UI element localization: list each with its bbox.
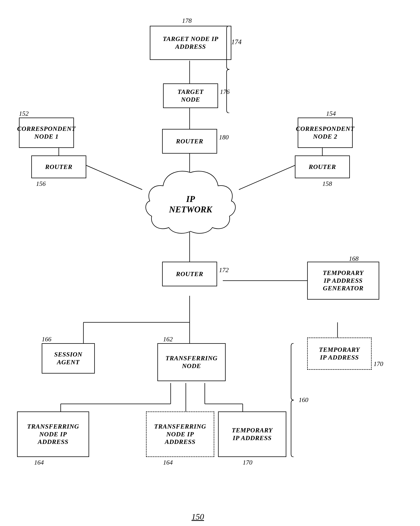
ref-164b: 164 — [163, 459, 173, 466]
svg-text:NETWORK: NETWORK — [169, 205, 213, 214]
temp-ip-dashed-top-box: TEMPORARYIP ADDRESS — [307, 337, 372, 370]
diagram: TARGET NODE IP ADDRESS 178 TARGETNODE 17… — [0, 0, 420, 526]
brace-174 — [226, 26, 231, 113]
session-agent-label: SESSIONAGENT — [54, 351, 82, 366]
router-top-label: ROUTER — [176, 137, 203, 145]
transferring-node-ip-solid-label: TRANSFERRINGNODE IPADDRESS — [27, 423, 79, 446]
svg-line-4 — [85, 165, 142, 190]
figure-label: 150 — [191, 512, 204, 522]
ref-178: 178 — [182, 17, 192, 24]
router-top-box: ROUTER — [162, 129, 217, 154]
temp-ip-dashed-top-label: TEMPORARYIP ADDRESS — [319, 346, 360, 361]
ref-154: 154 — [326, 110, 336, 117]
target-node-box: TARGETNODE — [163, 83, 218, 108]
target-node-ip-box: TARGET NODE IP ADDRESS — [150, 26, 231, 60]
session-agent-box: SESSIONAGENT — [42, 343, 95, 374]
target-node-label: TARGETNODE — [178, 88, 204, 103]
ref-170b: 170 — [243, 459, 252, 466]
transferring-node-ip-dashed-box: TRANSFERRINGNODE IPADDRESS — [146, 412, 214, 457]
cloud-svg: IP NETWORK — [142, 167, 239, 235]
correspondent-node2-label: CORRESPONDENTNODE 2 — [296, 125, 355, 141]
svg-text:IP: IP — [186, 194, 195, 204]
temp-ip-bottom-label: TEMPORARYIP ADDRESS — [232, 426, 273, 442]
ref-180: 180 — [219, 134, 229, 141]
target-node-ip-label: TARGET NODE IP ADDRESS — [150, 35, 231, 51]
router-bottom-box: ROUTER — [162, 262, 217, 286]
ref-168: 168 — [349, 255, 359, 262]
router-right-box: ROUTER — [295, 155, 350, 178]
ref-172: 172 — [219, 266, 229, 274]
ref-170a: 170 — [374, 360, 383, 367]
ref-162: 162 — [163, 336, 173, 343]
router-left-label: ROUTER — [45, 163, 72, 171]
ref-164a: 164 — [34, 459, 44, 466]
ip-network-cloud: IP NETWORK — [142, 167, 239, 235]
correspondent-node1-label: CORRESPONDENTNODE 1 — [17, 125, 76, 141]
ref-174: 174 — [231, 38, 241, 46]
transferring-node-ip-solid-box: TRANSFERRINGNODE IPADDRESS — [17, 412, 89, 457]
correspondent-node1-box: CORRESPONDENTNODE 1 — [19, 118, 74, 148]
transferring-node-ip-dashed-label: TRANSFERRINGNODE IPADDRESS — [154, 423, 206, 446]
svg-line-6 — [239, 165, 296, 190]
transferring-node-label: TRANSFERRINGNODE — [166, 354, 218, 370]
ref-152: 152 — [19, 110, 29, 117]
ref-166: 166 — [42, 336, 51, 343]
router-left-box: ROUTER — [31, 155, 86, 178]
ref-158: 158 — [322, 180, 332, 187]
temp-ip-gen-label: TEMPORARYIP ADDRESSGENERATOR — [323, 269, 364, 292]
ref-156: 156 — [36, 180, 46, 187]
transferring-node-box: TRANSFERRINGNODE — [157, 343, 226, 381]
router-right-label: ROUTER — [309, 163, 336, 171]
temp-ip-gen-box: TEMPORARYIP ADDRESSGENERATOR — [307, 262, 379, 300]
temp-ip-bottom-box: TEMPORARYIP ADDRESS — [218, 412, 286, 457]
brace-160 — [290, 343, 298, 457]
ref-160: 160 — [299, 396, 308, 404]
correspondent-node2-box: CORRESPONDENTNODE 2 — [298, 118, 353, 148]
router-bottom-label: ROUTER — [176, 270, 203, 278]
